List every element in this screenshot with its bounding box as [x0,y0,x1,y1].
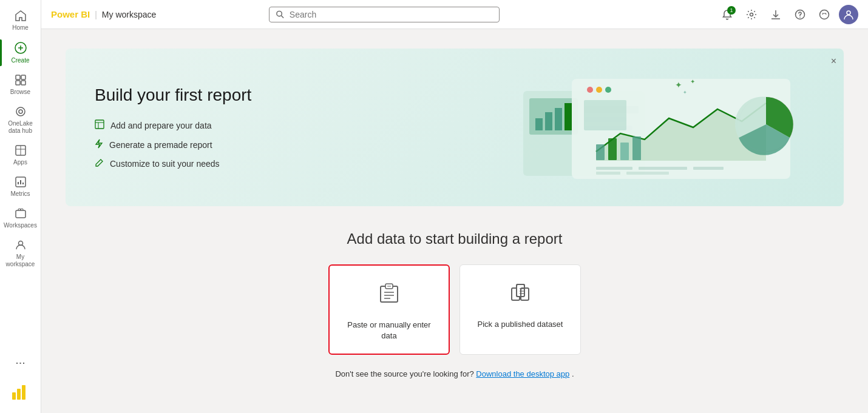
sidebar-item-more[interactable]: ··· [0,351,41,374]
svg-point-46 [596,87,602,93]
help-icon [795,9,805,20]
svg-text:✦: ✦ [683,90,687,95]
hero-banner: Build your first report Add and prepare … [66,49,844,206]
sidebar-item-metrics-label: Metrics [10,190,30,198]
hero-feature-2: Generate a premade report [95,139,251,151]
svg-rect-3 [16,75,20,79]
hero-features: Add and prepare your data Generate a pre… [95,119,251,170]
sidebar-item-browse[interactable]: Browse [0,69,41,101]
sidebar-item-metrics[interactable]: Metrics [0,171,41,203]
svg-point-45 [587,87,593,93]
brand-separator: | [95,10,97,19]
svg-rect-20 [22,385,25,400]
hero-feature-2-text: Generate a premade report [109,140,212,150]
data-card-published[interactable]: Pick a published dataset [459,264,581,355]
avatar-icon [843,9,854,20]
sidebar-item-myworkspace[interactable]: Myworkspace [0,234,41,273]
data-card-paste[interactable]: Paste or manually enter data [328,264,450,355]
avatar-button[interactable] [839,5,858,24]
published-dataset-icon [508,280,532,309]
svg-rect-19 [17,389,21,400]
paste-card-label: Paste or manually enter data [342,320,436,341]
svg-text:✦: ✦ [675,80,682,90]
svg-point-23 [750,13,753,16]
workspace-name: My workspace [102,10,156,19]
search-bar[interactable] [269,7,500,22]
hero-illustration: ✦ ✦ ✦ [523,73,815,182]
sidebar-item-browse-label: Browse [10,89,30,96]
hero-feature-3: Customize to suit your needs [95,158,251,170]
svg-rect-16 [16,210,25,218]
onelake-icon [15,106,27,118]
hero-feature-1: Add and prepare your data [95,119,251,132]
feedback-button[interactable] [815,5,834,24]
hero-feature-1-text: Add and prepare your data [110,121,212,130]
create-icon [14,41,27,55]
illustration-svg: ✦ ✦ ✦ [523,73,815,182]
svg-point-7 [16,107,25,116]
sidebar-item-create[interactable]: Create [0,36,41,69]
sidebar-item-apps[interactable]: Apps [0,139,41,171]
svg-rect-55 [639,167,687,170]
search-icon [276,10,285,19]
feedback-icon [819,9,830,20]
published-card-label: Pick a published dataset [478,319,563,330]
sidebar: Home Create Browse [0,0,41,413]
lightning-icon [95,139,103,151]
settings-icon [746,9,757,20]
data-cards: Paste or manually enter data Pick a pub [328,264,581,355]
svg-rect-53 [584,100,626,130]
svg-rect-57 [596,172,620,175]
header: Power BI | My workspace 1 [41,0,868,29]
add-data-title: Add data to start building a report [347,230,563,247]
sidebar-item-onelake[interactable]: OneLakedata hub [0,101,41,139]
download-icon [770,9,781,20]
header-icons: 1 [717,5,858,24]
notification-badge: 1 [727,6,736,15]
svg-point-8 [19,110,22,113]
source-link-text: Don't see the source you're looking for?… [335,369,574,378]
settings-button[interactable] [742,5,761,24]
main-content: Build your first report Add and prepare … [41,29,868,413]
svg-rect-42 [555,108,562,130]
sidebar-item-home-label: Home [12,24,29,32]
svg-point-30 [826,13,827,14]
svg-rect-6 [21,81,25,85]
browse-icon [15,74,27,86]
svg-rect-41 [545,112,552,130]
sidebar-item-workspaces[interactable]: Workspaces [0,203,41,234]
download-desktop-link[interactable]: Download the desktop app [476,369,569,378]
source-text: Don't see the source you're looking for? [335,369,473,378]
more-icon: ··· [15,355,25,369]
sidebar-item-apps-label: Apps [13,159,27,166]
edit-icon [95,158,104,170]
sidebar-item-onelake-label: OneLakedata hub [8,120,33,135]
svg-rect-5 [16,81,20,85]
sidebar-item-workspaces-label: Workspaces [4,222,37,229]
svg-rect-4 [21,75,25,79]
svg-line-22 [281,15,283,18]
svg-point-28 [819,10,829,19]
help-button[interactable] [790,5,810,24]
myworkspace-icon [15,239,27,251]
sidebar-item-home[interactable]: Home [0,5,41,36]
search-input[interactable] [290,10,493,19]
svg-point-29 [822,13,824,14]
svg-point-21 [277,11,282,16]
apps-icon [15,144,27,156]
source-suffix: . [572,369,574,378]
hero-close-button[interactable]: × [831,56,836,67]
svg-rect-51 [620,143,629,160]
powerbi-logo-icon [11,381,30,401]
svg-rect-54 [596,167,632,170]
svg-point-31 [847,11,850,15]
sidebar-item-myworkspace-label: Myworkspace [6,254,35,268]
hero-feature-3-text: Customize to suit your needs [110,159,220,169]
svg-rect-56 [693,167,724,170]
svg-rect-58 [626,172,669,175]
download-button[interactable] [766,5,785,24]
sidebar-item-create-label: Create [11,57,29,64]
powerbi-logo [0,374,41,408]
notifications-button[interactable]: 1 [717,5,737,24]
hero-content: Build your first report Add and prepare … [95,86,251,170]
